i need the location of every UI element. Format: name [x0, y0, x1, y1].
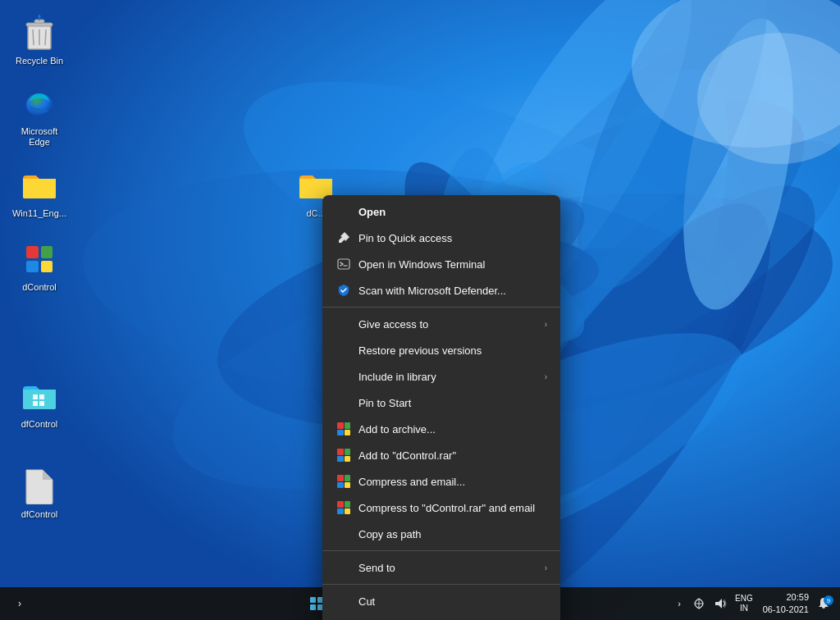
separator-2	[322, 550, 560, 551]
svg-rect-32	[33, 401, 38, 406]
give-access-label: Give access to	[358, 318, 538, 331]
recycle-bin-icon[interactable]: Recycle Bin	[7, 10, 72, 70]
chevron-icon[interactable]: ›	[7, 590, 33, 617]
notification-area[interactable]: 9	[817, 597, 830, 610]
compress-rar-email-icon	[336, 499, 352, 516]
context-menu-restore[interactable]: Restore previous versions	[322, 337, 560, 363]
system-clock[interactable]: 20:59 06-10-2021	[760, 591, 812, 617]
dfcontrol-file-label: dfControl	[21, 509, 58, 520]
restore-label: Restore previous versions	[358, 344, 547, 357]
cut-label: Cut	[358, 595, 547, 608]
context-menu-copy-path[interactable]: Copy as path	[322, 521, 560, 547]
open-icon	[336, 203, 352, 220]
restore-icon	[336, 342, 352, 358]
context-menu-add-archive[interactable]: Add to archive...	[322, 416, 560, 442]
pin-icon	[336, 230, 352, 246]
network-icon[interactable]	[691, 595, 707, 612]
context-menu-terminal[interactable]: Open in Windows Terminal	[322, 251, 560, 277]
win11-label: Win11_Eng...	[12, 208, 66, 219]
separator-1	[322, 307, 560, 308]
edge-label: Microsoft Edge	[10, 126, 69, 148]
context-menu-cut[interactable]: Cut	[322, 588, 560, 614]
separator-3	[322, 584, 560, 585]
svg-rect-30	[33, 394, 38, 399]
windows-logo	[310, 597, 323, 610]
win11-folder-image	[20, 166, 59, 205]
svg-rect-24	[26, 23, 52, 26]
dcontrol-app-label: dControl	[22, 282, 57, 293]
dfcontrol-file-icon[interactable]: dfControl	[7, 463, 72, 523]
terminal-icon	[336, 256, 352, 272]
send-to-label: Send to	[358, 562, 538, 574]
dfcontrol-file-image	[20, 467, 59, 506]
desktop: Recycle Bin Microsoft Edge	[0, 0, 840, 620]
context-menu-pin-start[interactable]: Pin to Start	[322, 390, 560, 416]
open-label: Open	[358, 206, 547, 218]
pin-start-icon	[336, 394, 352, 411]
volume-icon[interactable]	[712, 595, 728, 612]
context-menu-send-to[interactable]: Send to ›	[322, 554, 560, 581]
context-menu-copy[interactable]: Copy	[322, 614, 560, 620]
microsoft-edge-icon[interactable]: Microsoft Edge	[7, 80, 72, 151]
rar-archive-icon	[336, 421, 352, 437]
compress-email-icon	[336, 473, 352, 490]
defender-icon	[336, 282, 352, 299]
system-tray: ›	[669, 587, 833, 620]
edge-image	[20, 84, 59, 123]
context-menu-give-access[interactable]: Give access to ›	[322, 311, 560, 337]
rar-dcontrol-icon	[336, 447, 352, 463]
svg-line-28	[45, 30, 46, 45]
dfcontrol-folder-icon[interactable]: dfControl	[7, 373, 72, 433]
language-label: ENG IN	[735, 594, 753, 613]
context-menu-open[interactable]: Open	[322, 198, 560, 225]
add-rar-label: Add to "dControl.rar"	[358, 449, 547, 462]
library-label: Include in library	[358, 371, 538, 383]
recycle-bin-image	[20, 13, 59, 52]
context-menu-pin-quick[interactable]: Pin to Quick access	[322, 225, 560, 251]
svg-line-26	[33, 30, 34, 45]
give-access-arrow: ›	[545, 320, 547, 329]
show-hidden-icon[interactable]: ›	[673, 590, 686, 617]
give-access-icon	[336, 316, 352, 332]
context-menu-compress-email[interactable]: Compress and email...	[322, 468, 560, 495]
svg-rect-33	[39, 401, 44, 406]
language-indicator[interactable]: ENG IN	[733, 594, 755, 613]
clock-time: 20:59	[763, 591, 809, 604]
context-menu-add-rar[interactable]: Add to "dControl.rar"	[322, 442, 560, 468]
dcontrol-app-icon[interactable]: dControl	[7, 236, 72, 296]
library-icon	[336, 368, 352, 385]
compress-email-label: Compress and email...	[358, 476, 547, 488]
copy-path-label: Copy as path	[358, 528, 547, 540]
dfcontrol-folder-label: dfControl	[21, 419, 58, 430]
add-archive-label: Add to archive...	[358, 423, 547, 435]
context-menu-compress-rar-email[interactable]: Compress to "dControl.rar" and email	[322, 495, 560, 521]
taskbar-right: ›	[669, 587, 840, 620]
clock-date: 06-10-2021	[763, 604, 809, 616]
context-menu: Open Pin to Quick access Open in Windows…	[322, 195, 560, 620]
win11-folder-icon[interactable]: Win11_Eng...	[7, 162, 72, 222]
dfcontrol-folder-image	[20, 376, 59, 416]
recycle-bin-label: Recycle Bin	[16, 56, 63, 66]
terminal-label: Open in Windows Terminal	[358, 258, 547, 271]
defender-label: Scan with Microsoft Defender...	[358, 285, 547, 297]
pin-start-label: Pin to Start	[358, 397, 547, 409]
library-arrow: ›	[545, 372, 547, 381]
copy-path-icon	[336, 526, 352, 542]
send-to-icon	[336, 559, 352, 576]
context-menu-defender[interactable]: Scan with Microsoft Defender...	[322, 277, 560, 303]
dcontrol-app-image	[20, 239, 59, 279]
compress-rar-email-label: Compress to "dControl.rar" and email	[358, 502, 547, 514]
notification-badge: 9	[824, 595, 833, 605]
send-to-arrow: ›	[545, 563, 547, 572]
context-menu-include-library[interactable]: Include in library ›	[322, 363, 560, 390]
taskbar-left: ›	[0, 590, 33, 617]
svg-rect-31	[39, 394, 44, 399]
cut-icon	[336, 593, 352, 609]
pin-quick-label: Pin to Quick access	[358, 232, 547, 244]
